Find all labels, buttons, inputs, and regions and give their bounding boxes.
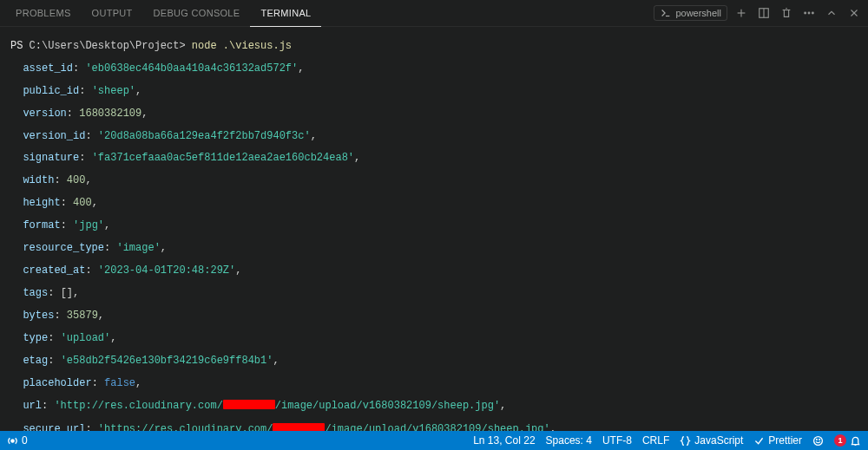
output-line: secure_url: 'https://res.cloudinary.com/…	[10, 423, 859, 431]
output-line: resource_type: 'image',	[10, 243, 859, 254]
kill-terminal-button[interactable]	[778, 4, 795, 22]
tab-output[interactable]: OUTPUT	[82, 0, 143, 26]
output-line: width: 400,	[10, 175, 859, 186]
prompt-icon	[660, 7, 672, 19]
close-panel-button[interactable]	[845, 4, 863, 22]
terminal-shell-select[interactable]: powershell	[654, 5, 727, 21]
status-lncol[interactable]: Ln 13, Col 22	[473, 434, 535, 447]
svg-point-11	[11, 439, 14, 441]
tab-debug-console[interactable]: DEBUG CONSOLE	[143, 0, 251, 26]
plus-icon	[735, 7, 747, 19]
prompt-line: PS C:\Users\Desktop\Project> node .\vies…	[10, 41, 859, 52]
status-encoding[interactable]: UTF-8	[602, 434, 632, 447]
tab-terminal[interactable]: TERMINAL	[250, 0, 321, 27]
output-line: public_id: 'sheep',	[10, 86, 859, 97]
output-line: placeholder: false,	[10, 378, 859, 389]
redacted	[273, 423, 325, 431]
redacted	[223, 400, 275, 409]
status-spaces[interactable]: Spaces: 4	[546, 434, 592, 447]
status-bar-left: 0	[7, 434, 28, 447]
status-prettier[interactable]: Prettier	[753, 434, 802, 447]
chevron-up-icon	[825, 7, 838, 19]
maximize-panel-button[interactable]	[823, 4, 840, 22]
split-icon	[758, 7, 770, 19]
status-notifications[interactable]: 1	[834, 434, 861, 447]
svg-point-8	[812, 12, 814, 14]
output-line: height: 400,	[10, 198, 859, 209]
output-line: signature: 'fa371cefaaa0ac5ef811de12aea2…	[10, 153, 859, 164]
status-bar: 0 Ln 13, Col 22 Spaces: 4 UTF-8 CRLF Jav…	[0, 431, 868, 450]
svg-point-6	[805, 12, 806, 14]
svg-point-12	[814, 436, 823, 445]
split-terminal-button[interactable]	[755, 4, 773, 22]
status-feedback[interactable]	[812, 435, 824, 447]
output-line: bytes: 35879,	[10, 310, 859, 322]
status-eol[interactable]: CRLF	[642, 434, 669, 447]
output-line: url: 'http://res.cloudinary.com//image/u…	[10, 400, 859, 412]
status-ports[interactable]: 0	[7, 434, 28, 447]
close-icon	[848, 7, 860, 19]
panel-tabs-left: PROBLEMS OUTPUT DEBUG CONSOLE TERMINAL	[5, 0, 321, 26]
terminal-output[interactable]: PS C:\Users\Desktop\Project> node .\vies…	[0, 26, 868, 431]
output-line: etag: 'e58db2f5426e130bf34219c6e9ff84b1'…	[10, 355, 859, 367]
braces-icon	[680, 435, 691, 447]
shell-name: powershell	[675, 8, 721, 18]
output-line: type: 'upload',	[10, 333, 859, 344]
status-bar-right: Ln 13, Col 22 Spaces: 4 UTF-8 CRLF JavaS…	[473, 434, 861, 447]
panel-tabs-right: powershell	[654, 4, 863, 22]
command-text: node .\viesus.js	[192, 40, 292, 52]
status-language[interactable]: JavaScript	[680, 434, 743, 447]
feedback-icon	[812, 435, 824, 447]
panel-tab-bar: PROBLEMS OUTPUT DEBUG CONSOLE TERMINAL p…	[0, 0, 868, 27]
output-line: format: 'jpg',	[10, 220, 859, 232]
new-terminal-button[interactable]	[733, 4, 750, 22]
svg-point-14	[819, 439, 820, 440]
svg-point-7	[808, 12, 810, 14]
output-line: asset_id: 'eb0638ec464b0aa410a4c36132ad5…	[10, 63, 859, 75]
output-line: created_at: '2023-04-01T20:48:29Z',	[10, 265, 859, 277]
panel-more-button[interactable]	[800, 4, 818, 22]
radio-icon	[7, 435, 18, 447]
trash-icon	[780, 7, 792, 19]
tab-problems[interactable]: PROBLEMS	[5, 0, 82, 26]
check-icon	[753, 435, 765, 447]
more-icon	[803, 7, 815, 19]
output-line: tags: [],	[10, 288, 859, 299]
output-line: version: 1680382109,	[10, 108, 859, 120]
bell-icon	[850, 435, 861, 447]
notification-badge: 1	[834, 434, 846, 447]
output-line: version_id: '20d8a08ba66a129ea4f2f2bb7d9…	[10, 131, 859, 142]
svg-point-13	[816, 439, 817, 440]
